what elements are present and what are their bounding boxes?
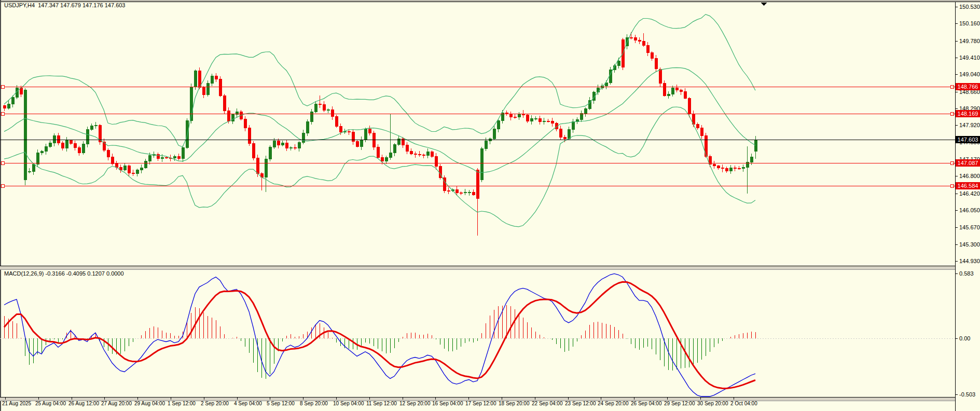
candlestick-body <box>700 128 703 135</box>
price-tick-dash <box>955 92 958 92</box>
candlestick-body <box>327 109 329 111</box>
price-tick-dash <box>955 125 958 126</box>
line-start-marker[interactable] <box>1 113 4 116</box>
price-badge-pointer <box>953 186 955 186</box>
candlestick-body <box>219 79 222 96</box>
date-tick-label: 23 Sep 12:00 <box>565 401 596 406</box>
candlestick-body <box>40 152 43 153</box>
macd-tick-label: 0.583 <box>959 270 974 277</box>
candlestick-body <box>642 41 645 46</box>
candlestick-body <box>161 157 163 159</box>
candlestick-body <box>339 127 342 132</box>
candlestick-body <box>551 121 554 123</box>
candlestick-body <box>273 141 275 147</box>
price-tick-label: 147.920 <box>959 122 980 129</box>
candlestick-body <box>182 148 184 159</box>
date-tick-label: 11 Sep 12:00 <box>366 401 397 406</box>
candlestick-body <box>717 166 720 168</box>
candlestick-body <box>215 76 217 79</box>
candlestick-body <box>74 144 76 148</box>
candlestick-body <box>659 69 661 84</box>
candlestick-body <box>227 111 230 121</box>
candlestick-body <box>651 52 653 58</box>
candlestick-body <box>526 115 529 121</box>
price-tick-label: 149.780 <box>959 38 980 45</box>
date-tick-label: 21 Aug 2025 <box>2 401 31 406</box>
candlestick-body <box>306 121 309 133</box>
date-tick-mark <box>700 398 701 400</box>
candlestick-body <box>331 109 334 117</box>
price-tick-label: 146.800 <box>959 173 980 180</box>
candlestick-body <box>663 84 666 95</box>
date-tick-mark <box>72 398 72 400</box>
macd-main-value: -0.3166 <box>45 270 64 277</box>
level-price-badge: 148.169 <box>956 110 980 117</box>
candlestick-body <box>372 133 375 147</box>
date-tick-label: 2 Sep 20:00 <box>201 401 229 406</box>
candlestick-body <box>410 151 412 154</box>
date-tick-mark <box>137 398 138 400</box>
quote-high: 147.679 <box>60 2 81 8</box>
price-tick-dash <box>955 108 958 109</box>
candlestick-body <box>36 153 39 165</box>
candlestick-body <box>45 147 47 152</box>
price-tick-label: 150.530 <box>959 4 980 10</box>
date-tick-label: 30 Sep 20:00 <box>697 401 728 406</box>
level-price-badge: 146.584 <box>956 182 980 189</box>
line-start-marker[interactable] <box>1 184 4 187</box>
price-tick-label: 145.300 <box>959 241 980 248</box>
candlestick-body <box>680 90 682 92</box>
candlestick-body <box>480 149 483 180</box>
line-start-marker[interactable] <box>1 161 4 165</box>
date-tick-label: 8 Sep 20:00 <box>300 401 328 406</box>
candlestick-body <box>509 114 512 117</box>
candlestick-body <box>323 104 325 110</box>
candlestick-body <box>734 168 736 169</box>
candlestick-body <box>11 98 14 104</box>
macd-tick-dash <box>955 273 958 274</box>
macd-signal-value: -0.4095 <box>66 270 86 277</box>
candlestick-body <box>696 125 699 128</box>
macd-indicator-canvas[interactable] <box>0 269 955 397</box>
candlestick-body <box>460 193 462 193</box>
date-tick-mark <box>601 398 601 400</box>
price-chart-canvas[interactable] <box>0 2 955 268</box>
candlestick-body <box>223 96 226 111</box>
line-start-marker[interactable] <box>1 85 4 88</box>
macd-tick-label: 0.00 <box>959 335 970 341</box>
date-tick-mark <box>403 398 403 400</box>
candlestick-body <box>177 157 180 159</box>
candlestick-body <box>534 118 537 119</box>
candlestick-body <box>132 173 134 174</box>
candlestick-body <box>713 164 715 166</box>
date-tick-mark <box>38 398 39 400</box>
candlestick-body <box>82 144 85 153</box>
candlestick-body <box>310 112 313 121</box>
candlestick-body <box>277 141 280 145</box>
candlestick-body <box>94 125 97 126</box>
quote-low: 147.176 <box>82 2 103 8</box>
date-tick-mark <box>435 398 436 400</box>
candlestick-body <box>402 139 404 145</box>
candlestick-body <box>115 163 118 167</box>
candlestick-body <box>406 145 408 151</box>
candlestick-body <box>281 143 284 145</box>
candlestick-body <box>667 94 670 95</box>
candlestick-body <box>314 104 317 112</box>
candlestick-body <box>675 88 678 90</box>
date-tick-mark <box>336 398 337 400</box>
price-tick-dash <box>955 176 958 176</box>
macd-main-line <box>4 273 755 396</box>
candlestick-body <box>705 135 707 156</box>
candlestick-body <box>468 192 471 193</box>
chart-shift-marker-icon[interactable] <box>761 3 767 6</box>
candlestick-body <box>70 141 72 144</box>
candlestick-body <box>289 148 292 148</box>
candlestick-body <box>738 168 740 169</box>
symbol-period-label: USDJPY,H4 <box>4 2 35 8</box>
date-tick-label: 17 Sep 12:00 <box>465 401 496 406</box>
price-tick-dash <box>955 74 958 75</box>
candlestick-body <box>671 88 674 94</box>
date-tick-mark <box>5 398 6 400</box>
candlestick-body <box>3 106 6 108</box>
